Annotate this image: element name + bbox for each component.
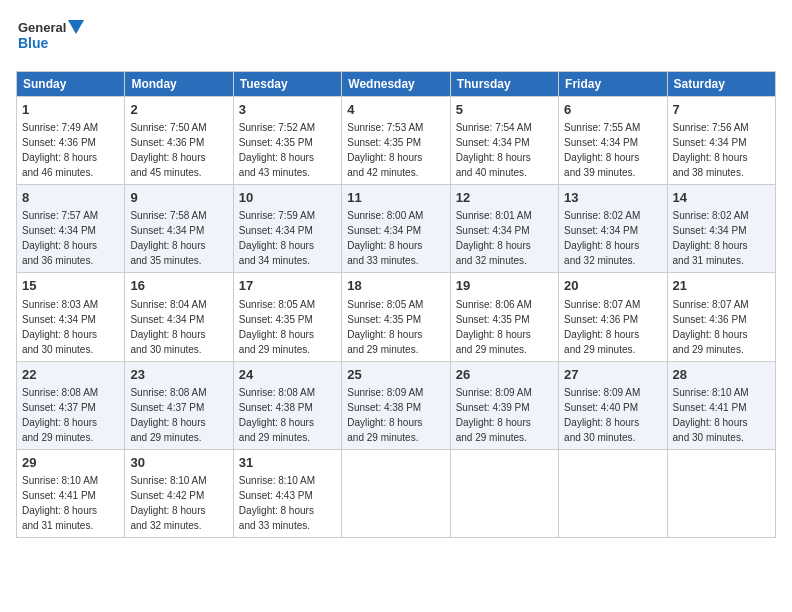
day-info: Sunrise: 7:54 AM Sunset: 4:34 PM Dayligh… [456, 122, 532, 178]
weekday-saturday: Saturday [667, 72, 775, 97]
calendar-week-3: 15Sunrise: 8:03 AM Sunset: 4:34 PM Dayli… [17, 273, 776, 361]
day-number: 19 [456, 277, 553, 295]
day-info: Sunrise: 8:07 AM Sunset: 4:36 PM Dayligh… [564, 299, 640, 355]
day-info: Sunrise: 8:10 AM Sunset: 4:42 PM Dayligh… [130, 475, 206, 531]
day-info: Sunrise: 7:53 AM Sunset: 4:35 PM Dayligh… [347, 122, 423, 178]
weekday-friday: Friday [559, 72, 667, 97]
day-number: 14 [673, 189, 770, 207]
day-info: Sunrise: 8:02 AM Sunset: 4:34 PM Dayligh… [673, 210, 749, 266]
weekday-sunday: Sunday [17, 72, 125, 97]
calendar-cell: 9Sunrise: 7:58 AM Sunset: 4:34 PM Daylig… [125, 185, 233, 273]
day-number: 9 [130, 189, 227, 207]
day-number: 30 [130, 454, 227, 472]
day-number: 10 [239, 189, 336, 207]
day-info: Sunrise: 7:49 AM Sunset: 4:36 PM Dayligh… [22, 122, 98, 178]
day-number: 15 [22, 277, 119, 295]
calendar-cell [559, 449, 667, 537]
calendar-cell: 6Sunrise: 7:55 AM Sunset: 4:34 PM Daylig… [559, 97, 667, 185]
day-number: 2 [130, 101, 227, 119]
day-number: 18 [347, 277, 444, 295]
day-info: Sunrise: 7:56 AM Sunset: 4:34 PM Dayligh… [673, 122, 749, 178]
calendar-cell: 8Sunrise: 7:57 AM Sunset: 4:34 PM Daylig… [17, 185, 125, 273]
svg-text:Blue: Blue [18, 35, 49, 51]
day-number: 25 [347, 366, 444, 384]
calendar-week-4: 22Sunrise: 8:08 AM Sunset: 4:37 PM Dayli… [17, 361, 776, 449]
calendar-cell: 28Sunrise: 8:10 AM Sunset: 4:41 PM Dayli… [667, 361, 775, 449]
calendar-week-5: 29Sunrise: 8:10 AM Sunset: 4:41 PM Dayli… [17, 449, 776, 537]
calendar-cell: 3Sunrise: 7:52 AM Sunset: 4:35 PM Daylig… [233, 97, 341, 185]
calendar-cell: 30Sunrise: 8:10 AM Sunset: 4:42 PM Dayli… [125, 449, 233, 537]
day-number: 11 [347, 189, 444, 207]
calendar-week-1: 1Sunrise: 7:49 AM Sunset: 4:36 PM Daylig… [17, 97, 776, 185]
day-info: Sunrise: 7:50 AM Sunset: 4:36 PM Dayligh… [130, 122, 206, 178]
day-info: Sunrise: 8:09 AM Sunset: 4:39 PM Dayligh… [456, 387, 532, 443]
day-info: Sunrise: 8:02 AM Sunset: 4:34 PM Dayligh… [564, 210, 640, 266]
day-number: 8 [22, 189, 119, 207]
calendar-cell: 2Sunrise: 7:50 AM Sunset: 4:36 PM Daylig… [125, 97, 233, 185]
calendar-body: 1Sunrise: 7:49 AM Sunset: 4:36 PM Daylig… [17, 97, 776, 538]
day-number: 6 [564, 101, 661, 119]
calendar-cell: 5Sunrise: 7:54 AM Sunset: 4:34 PM Daylig… [450, 97, 558, 185]
calendar-cell: 19Sunrise: 8:06 AM Sunset: 4:35 PM Dayli… [450, 273, 558, 361]
day-number: 5 [456, 101, 553, 119]
calendar-week-2: 8Sunrise: 7:57 AM Sunset: 4:34 PM Daylig… [17, 185, 776, 273]
day-number: 26 [456, 366, 553, 384]
calendar-cell: 13Sunrise: 8:02 AM Sunset: 4:34 PM Dayli… [559, 185, 667, 273]
day-info: Sunrise: 7:52 AM Sunset: 4:35 PM Dayligh… [239, 122, 315, 178]
day-info: Sunrise: 7:57 AM Sunset: 4:34 PM Dayligh… [22, 210, 98, 266]
weekday-wednesday: Wednesday [342, 72, 450, 97]
day-info: Sunrise: 8:08 AM Sunset: 4:37 PM Dayligh… [130, 387, 206, 443]
weekday-tuesday: Tuesday [233, 72, 341, 97]
day-number: 13 [564, 189, 661, 207]
calendar-cell: 20Sunrise: 8:07 AM Sunset: 4:36 PM Dayli… [559, 273, 667, 361]
day-info: Sunrise: 8:09 AM Sunset: 4:40 PM Dayligh… [564, 387, 640, 443]
calendar-cell: 7Sunrise: 7:56 AM Sunset: 4:34 PM Daylig… [667, 97, 775, 185]
day-info: Sunrise: 8:03 AM Sunset: 4:34 PM Dayligh… [22, 299, 98, 355]
day-info: Sunrise: 8:10 AM Sunset: 4:43 PM Dayligh… [239, 475, 315, 531]
day-number: 22 [22, 366, 119, 384]
day-info: Sunrise: 8:04 AM Sunset: 4:34 PM Dayligh… [130, 299, 206, 355]
day-number: 29 [22, 454, 119, 472]
calendar-cell: 16Sunrise: 8:04 AM Sunset: 4:34 PM Dayli… [125, 273, 233, 361]
svg-marker-2 [68, 20, 84, 34]
day-number: 16 [130, 277, 227, 295]
calendar-cell: 22Sunrise: 8:08 AM Sunset: 4:37 PM Dayli… [17, 361, 125, 449]
day-number: 1 [22, 101, 119, 119]
calendar-cell: 25Sunrise: 8:09 AM Sunset: 4:38 PM Dayli… [342, 361, 450, 449]
day-info: Sunrise: 8:10 AM Sunset: 4:41 PM Dayligh… [673, 387, 749, 443]
day-number: 4 [347, 101, 444, 119]
day-info: Sunrise: 7:58 AM Sunset: 4:34 PM Dayligh… [130, 210, 206, 266]
day-number: 7 [673, 101, 770, 119]
calendar-cell: 21Sunrise: 8:07 AM Sunset: 4:36 PM Dayli… [667, 273, 775, 361]
day-info: Sunrise: 7:59 AM Sunset: 4:34 PM Dayligh… [239, 210, 315, 266]
day-info: Sunrise: 8:09 AM Sunset: 4:38 PM Dayligh… [347, 387, 423, 443]
calendar-cell: 27Sunrise: 8:09 AM Sunset: 4:40 PM Dayli… [559, 361, 667, 449]
day-number: 28 [673, 366, 770, 384]
calendar-cell: 11Sunrise: 8:00 AM Sunset: 4:34 PM Dayli… [342, 185, 450, 273]
calendar-cell: 24Sunrise: 8:08 AM Sunset: 4:38 PM Dayli… [233, 361, 341, 449]
calendar-cell: 23Sunrise: 8:08 AM Sunset: 4:37 PM Dayli… [125, 361, 233, 449]
calendar-cell: 1Sunrise: 7:49 AM Sunset: 4:36 PM Daylig… [17, 97, 125, 185]
logo-svg: General Blue [16, 16, 86, 61]
day-info: Sunrise: 8:10 AM Sunset: 4:41 PM Dayligh… [22, 475, 98, 531]
calendar-table: SundayMondayTuesdayWednesdayThursdayFrid… [16, 71, 776, 538]
day-number: 3 [239, 101, 336, 119]
day-info: Sunrise: 8:06 AM Sunset: 4:35 PM Dayligh… [456, 299, 532, 355]
day-number: 27 [564, 366, 661, 384]
day-info: Sunrise: 8:05 AM Sunset: 4:35 PM Dayligh… [347, 299, 423, 355]
day-number: 24 [239, 366, 336, 384]
day-info: Sunrise: 8:08 AM Sunset: 4:37 PM Dayligh… [22, 387, 98, 443]
day-info: Sunrise: 8:00 AM Sunset: 4:34 PM Dayligh… [347, 210, 423, 266]
calendar-cell: 29Sunrise: 8:10 AM Sunset: 4:41 PM Dayli… [17, 449, 125, 537]
day-number: 23 [130, 366, 227, 384]
calendar-cell: 17Sunrise: 8:05 AM Sunset: 4:35 PM Dayli… [233, 273, 341, 361]
page-header: General Blue [16, 16, 776, 61]
day-info: Sunrise: 8:01 AM Sunset: 4:34 PM Dayligh… [456, 210, 532, 266]
day-number: 31 [239, 454, 336, 472]
calendar-cell: 14Sunrise: 8:02 AM Sunset: 4:34 PM Dayli… [667, 185, 775, 273]
day-number: 20 [564, 277, 661, 295]
day-info: Sunrise: 8:05 AM Sunset: 4:35 PM Dayligh… [239, 299, 315, 355]
logo: General Blue [16, 16, 86, 61]
svg-text:General: General [18, 20, 66, 35]
day-info: Sunrise: 8:07 AM Sunset: 4:36 PM Dayligh… [673, 299, 749, 355]
